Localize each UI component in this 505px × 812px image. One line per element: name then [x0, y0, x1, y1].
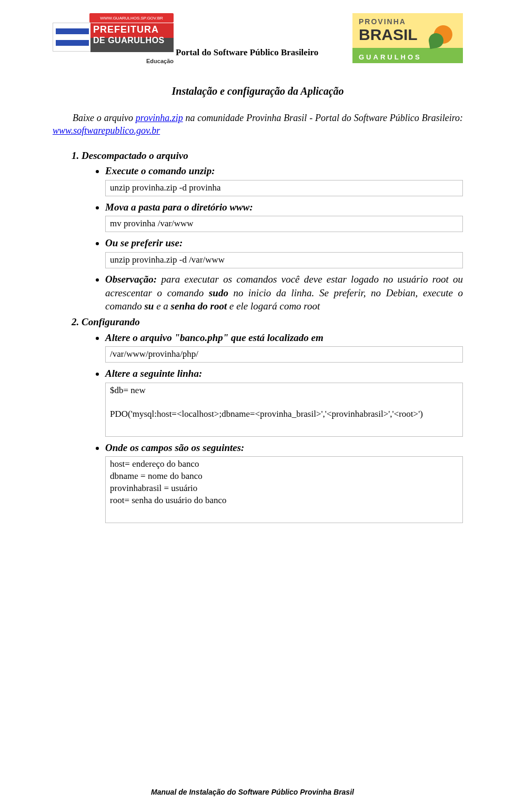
- obs-senha: senha do root: [171, 300, 227, 312]
- obs-d: e ele logará como root: [227, 300, 320, 312]
- pref-line1: PREFEITURA: [93, 25, 171, 34]
- code-banco-path: /var/www/provinha/php/: [105, 346, 463, 363]
- pref-line2: DE GUARULHOS: [93, 36, 171, 45]
- obs-label: Observação:: [105, 274, 157, 285]
- logo-url-text: WWW.GUARULHOS.SP.GOV.BR: [89, 13, 174, 23]
- section1-title: Descompactado o arquivo: [82, 150, 188, 161]
- flag-icon: [53, 23, 92, 52]
- intro-paragraph: Baixe o arquivo provinha.zip na comunida…: [53, 112, 463, 137]
- code-db-line2: PDO('mysql:host=<localhost>;dbname=<prov…: [110, 408, 458, 420]
- code-unzip: unzip provinha.zip -d provinha: [105, 180, 463, 196]
- logo-provinha-brasil: PROVINHA BRASIL GUARULHOS: [352, 13, 463, 63]
- softwarepublico-link[interactable]: www.softwarepublico.gov.br: [53, 125, 160, 136]
- step-altere-banco: Altere o arquivo "banco.php" que está lo…: [105, 331, 463, 345]
- intro-pre: Baixe o arquivo: [73, 113, 136, 123]
- section-descompactado: Descompactado o arquivo Execute o comand…: [82, 149, 463, 313]
- code-db-line1: $db= new: [110, 385, 458, 397]
- code-campos: host= endereço do banco dbname = nome do…: [105, 456, 463, 523]
- intro-mid: na comunidade Provinha Brasil - Portal d…: [183, 113, 463, 123]
- step-altere-linha: Altere a seguinte linha:: [105, 367, 463, 380]
- page-header: WWW.GUARULHOS.SP.GOV.BR PREFEITURA DE GU…: [53, 13, 463, 63]
- observation: Observação: para executar os comandos vo…: [105, 273, 463, 313]
- provinha-text: PROVINHA: [359, 17, 406, 26]
- step-mv: Mova a pasta para o diretório www:: [105, 201, 463, 214]
- code-alt-unzip: unzip provinha.zip -d /var/www: [105, 252, 463, 268]
- obs-sudo: sudo: [209, 287, 228, 298]
- page-footer: Manual de Instalação do Software Público…: [0, 788, 505, 796]
- logo-prefeitura: WWW.GUARULHOS.SP.GOV.BR PREFEITURA DE GU…: [53, 13, 174, 63]
- obs-c: e a: [154, 300, 170, 312]
- section2-title: Configurando: [82, 316, 140, 327]
- document-title: Instalação e configuração da Aplicação: [53, 84, 463, 98]
- portal-title: Portal do Software Público Brasileiro: [174, 18, 352, 58]
- prefeitura-label: PREFEITURA DE GUARULHOS: [90, 23, 174, 52]
- provinha-zip-link[interactable]: provinha.zip: [136, 113, 183, 123]
- brasil-text: BRASIL: [359, 26, 418, 44]
- swoosh-icon: [429, 23, 458, 52]
- main-ordered-list: Descompactado o arquivo Execute o comand…: [53, 149, 463, 523]
- department-label: Educação: [146, 58, 174, 64]
- step-unzip: Execute o comando unzip:: [105, 164, 463, 178]
- section2-sublist: Altere o arquivo "banco.php" que está lo…: [82, 331, 463, 345]
- obs-su: su: [144, 300, 154, 312]
- section1-sublist: Execute o comando unzip:: [82, 164, 463, 178]
- document-body: Instalação e configuração da Aplicação B…: [53, 84, 463, 523]
- guarulhos-text: GUARULHOS: [359, 53, 422, 61]
- step-campos: Onde os campos são os seguintes:: [105, 441, 463, 455]
- code-mv: mv provinha /var/www: [105, 216, 463, 232]
- code-db-new: $db= new PDO('mysql:host=<localhost>;dbn…: [105, 383, 463, 437]
- section-configurando: Configurando Altere o arquivo "banco.php…: [82, 315, 463, 523]
- step-alt-unzip: Ou se preferir use:: [105, 236, 463, 250]
